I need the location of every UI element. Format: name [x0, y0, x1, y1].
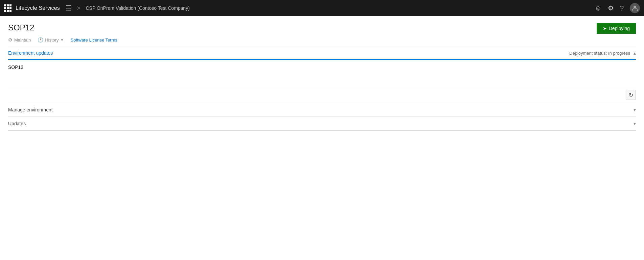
app-title: Lifecycle Services — [16, 5, 60, 11]
updates-row[interactable]: Updates ▾ — [8, 117, 636, 131]
help-icon[interactable]: ? — [620, 5, 624, 11]
deploy-arrow-icon: ➤ — [603, 26, 607, 31]
page-title: SOP12 — [8, 23, 34, 32]
refresh-button[interactable]: ↻ — [626, 90, 636, 100]
collapse-up-icon[interactable]: ▴ — [634, 50, 636, 56]
manage-environment-chevron-icon: ▾ — [634, 107, 636, 112]
software-license-link[interactable]: Software License Terms — [71, 37, 118, 43]
user-avatar[interactable] — [630, 3, 640, 13]
grid-apps-icon[interactable] — [4, 4, 12, 12]
updates-chevron-icon: ▾ — [634, 121, 636, 126]
breadcrumb: CSP OnPrem Validation (Contoso Test Comp… — [86, 5, 189, 11]
topnav-right-icons: ☺ ⚙ ? — [595, 3, 640, 13]
section-header-right: Deployment status: In progress ▴ — [569, 50, 636, 56]
page-content: SOP12 ➤ Deploying ⚙ Maintain 🕑 History ▼… — [0, 16, 644, 131]
topnav: Lifecycle Services ☰ > CSP OnPrem Valida… — [0, 0, 644, 16]
feedback-icon[interactable]: ☺ — [595, 5, 601, 11]
refresh-icon: ↻ — [629, 92, 633, 98]
section-body: SOP12 — [8, 60, 636, 87]
environment-name: SOP12 — [8, 64, 23, 70]
environment-updates-section: Environment updates Deployment status: I… — [8, 46, 636, 87]
history-clock-icon: 🕑 — [38, 37, 43, 43]
environment-updates-title: Environment updates — [8, 50, 53, 56]
maintain-item[interactable]: ⚙ Maintain — [8, 37, 31, 43]
history-label: History — [45, 37, 59, 43]
updates-label: Updates — [8, 121, 26, 126]
manage-environment-row[interactable]: Manage environment ▾ — [8, 103, 636, 117]
manage-environment-label: Manage environment — [8, 107, 53, 112]
maintain-label: Maintain — [14, 37, 31, 43]
settings-icon[interactable]: ⚙ — [608, 5, 614, 11]
software-license-label: Software License Terms — [71, 37, 118, 43]
deploying-label: Deploying — [609, 26, 630, 31]
deploying-button[interactable]: ➤ Deploying — [597, 23, 636, 34]
section-header: Environment updates Deployment status: I… — [8, 46, 636, 60]
hamburger-icon[interactable]: ☰ — [65, 4, 71, 12]
history-item[interactable]: 🕑 History ▼ — [38, 37, 64, 43]
deployment-status: Deployment status: In progress — [569, 51, 630, 56]
refresh-row: ↻ — [8, 87, 636, 103]
toolbar: ⚙ Maintain 🕑 History ▼ Software License … — [8, 37, 636, 46]
history-chevron-icon: ▼ — [61, 38, 64, 42]
page-header: SOP12 ➤ Deploying — [8, 23, 636, 34]
maintain-gear-icon: ⚙ — [8, 37, 13, 43]
